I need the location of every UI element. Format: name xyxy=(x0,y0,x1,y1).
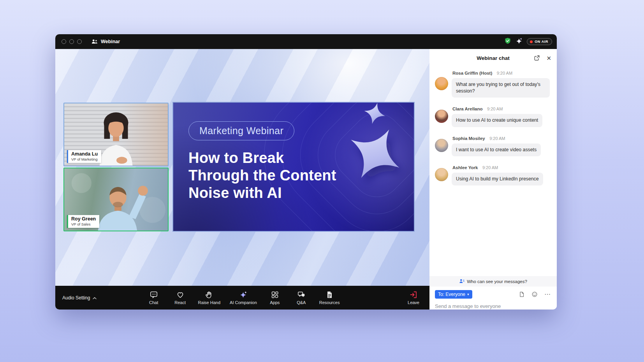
video-tile-amanda[interactable]: Amanda Lu VP of Marketing xyxy=(63,103,169,166)
chat-message: Sophia Mosiley 9:20 AM I want to use AI … xyxy=(435,135,551,156)
smiley-icon xyxy=(531,291,538,297)
pop-out-icon xyxy=(534,55,540,61)
chat-compose: To: Everyone ▾ xyxy=(429,287,557,310)
chat-header: Webinar chat ✕ xyxy=(429,49,557,67)
chat-message: Clara Arellano 9:20 AM How to use AI to … xyxy=(435,105,551,127)
message-author: Rosa Griffin (Host) xyxy=(452,71,492,75)
resources-icon xyxy=(325,290,334,299)
toolbar-resources-button[interactable]: Resources xyxy=(319,290,340,305)
message-time: 9:20 AM xyxy=(487,107,503,111)
participant-name: Amanda Lu xyxy=(71,151,98,157)
more-options-button[interactable]: ⋯ xyxy=(544,291,551,297)
participant-role: VP of Sales xyxy=(71,222,96,226)
apps-icon xyxy=(271,290,279,299)
leave-icon xyxy=(409,290,418,299)
nametag-amanda: Amanda Lu VP of Marketing xyxy=(67,150,101,163)
ai-companion-icon xyxy=(239,290,248,299)
file-icon xyxy=(519,291,525,297)
webinar-window: Webinar ON AIR xyxy=(55,34,557,310)
chat-icon xyxy=(150,290,158,299)
chat-input[interactable] xyxy=(435,303,551,309)
message-bubble: Using AI to build my LinkedIn presence xyxy=(452,173,543,185)
meeting-toolbar: Audio Setting xyxy=(55,286,429,310)
toolbar-ai-companion-button[interactable]: AI Companion xyxy=(230,290,257,305)
message-time: 9:20 AM xyxy=(497,71,512,75)
webinar-icon xyxy=(91,39,98,44)
maximize-window-button[interactable] xyxy=(77,39,82,44)
toolbar-leave-button[interactable]: Leave xyxy=(408,286,419,310)
chat-messages-list[interactable]: Rosa Griffin (Host) 9:20 AM What are you… xyxy=(429,67,557,276)
message-author: Sophia Mosiley xyxy=(452,136,485,141)
privacy-person-icon xyxy=(459,278,465,285)
message-author: Clara Arellano xyxy=(452,107,483,111)
message-bubble: What are you trying to get out of today'… xyxy=(452,78,550,98)
chevron-down-icon: ▾ xyxy=(467,293,469,296)
message-bubble: I want to use AI to create video assets xyxy=(452,143,541,156)
chat-panel-title: Webinar chat xyxy=(477,55,510,61)
avatar-rosa xyxy=(435,77,448,90)
heart-icon xyxy=(176,290,185,299)
ai-companion-status-icon[interactable] xyxy=(516,37,523,46)
close-window-button[interactable] xyxy=(62,39,66,44)
close-chat-button[interactable]: ✕ xyxy=(545,54,552,62)
window-title: Webinar xyxy=(101,39,120,44)
chat-panel: Webinar chat ✕ xyxy=(429,49,557,310)
nametag-roy: Roy Green VP of Sales xyxy=(67,215,99,228)
toolbar-apps-button[interactable]: Apps xyxy=(266,290,283,305)
participant-role: VP of Marketing xyxy=(71,157,98,161)
minimize-window-button[interactable] xyxy=(69,39,74,44)
toolbar-chat-button[interactable]: Chat xyxy=(145,290,162,305)
message-bubble: How to use AI to create unique content xyxy=(452,114,542,127)
avatar-sophia xyxy=(435,139,448,152)
raise-hand-icon xyxy=(205,290,213,299)
toolbar-react-button[interactable]: React xyxy=(172,290,189,305)
pop-out-button[interactable] xyxy=(533,54,541,62)
participant-name: Roy Green xyxy=(71,216,96,222)
privacy-note[interactable]: Who can see your messages? xyxy=(429,276,557,287)
avatar-clara xyxy=(435,110,448,123)
toolbar-raise-hand-button[interactable]: Raise Hand xyxy=(198,290,220,305)
window-titlebar: Webinar ON AIR xyxy=(55,34,557,49)
on-air-badge: ON AIR xyxy=(527,38,552,45)
message-time: 9:20 AM xyxy=(482,165,498,170)
attach-file-button[interactable] xyxy=(518,290,526,298)
toolbar-qa-button[interactable]: Q&A xyxy=(293,290,310,305)
message-time: 9:20 AM xyxy=(489,136,505,141)
message-author: Ashlee York xyxy=(452,165,478,170)
on-air-dot-icon xyxy=(530,40,533,43)
emoji-button[interactable] xyxy=(531,290,538,298)
chat-message: Ashlee York 9:20 AM Using AI to build my… xyxy=(435,164,551,185)
security-shield-icon[interactable] xyxy=(504,37,511,46)
close-icon: ✕ xyxy=(546,55,551,61)
video-tile-roy[interactable]: Roy Green VP of Sales xyxy=(63,168,169,231)
chat-message: Rosa Griffin (Host) 9:20 AM What are you… xyxy=(435,69,551,98)
window-controls xyxy=(62,39,82,44)
slide-badge: Marketing Webinar xyxy=(188,121,294,140)
stage: Amanda Lu VP of Marketing xyxy=(55,49,429,286)
avatar-ashlee xyxy=(435,168,448,181)
slide-title: How to Break Through the Content Noise w… xyxy=(188,149,336,201)
to-selector[interactable]: To: Everyone ▾ xyxy=(435,290,472,299)
qa-icon xyxy=(297,290,306,299)
shared-slide: Marketing Webinar How to Break Through t… xyxy=(172,102,415,232)
